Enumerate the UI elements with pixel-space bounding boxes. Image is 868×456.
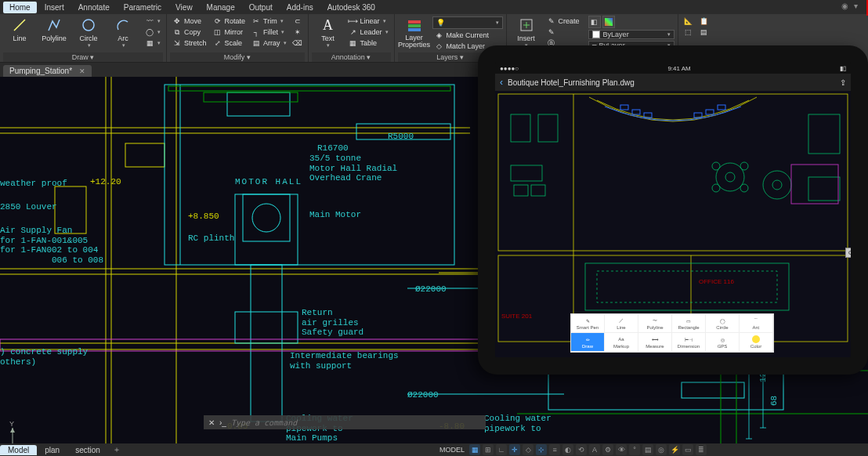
match-props-icon[interactable]: ◧ xyxy=(588,16,601,28)
command-input[interactable] xyxy=(231,418,481,427)
array-button[interactable]: ▤Array▾ xyxy=(249,38,289,49)
chevron-down-icon[interactable]: ▾ xyxy=(854,2,865,13)
polyline-label: Polyline xyxy=(42,34,67,42)
t-smartpen[interactable]: ✎Smart Pen xyxy=(571,314,605,333)
move-button[interactable]: ✥Move xyxy=(170,16,209,27)
tab-annotate[interactable]: Annotate xyxy=(72,2,116,13)
mirror-button[interactable]: ◫Mirror xyxy=(211,27,248,38)
copy-button[interactable]: ⧉Copy xyxy=(170,27,209,38)
bullet-icon[interactable]: ◉ xyxy=(841,2,852,13)
layer-combo[interactable]: 💡▾ xyxy=(432,16,503,29)
t-dimension[interactable]: ⊢⊣Dimension xyxy=(672,333,706,352)
arc-button[interactable]: Arc▾ xyxy=(107,16,139,50)
t-arc[interactable]: ⌒Arc xyxy=(740,314,773,333)
t-gps[interactable]: ◎GPS xyxy=(706,333,740,352)
cmdline-close-icon[interactable]: ✕ xyxy=(208,418,215,427)
t-rectangle[interactable]: ▭Rectangle xyxy=(672,314,706,333)
text-button[interactable]: A Text▾ xyxy=(312,16,345,50)
clean-screen-icon[interactable]: ▭ xyxy=(682,444,693,455)
panel-annotation-title[interactable]: Annotation ▾ xyxy=(312,52,391,62)
tablet-share-icon[interactable]: ⇪ xyxy=(840,78,846,87)
line-button[interactable]: Line xyxy=(3,16,36,44)
workspace-icon[interactable]: ⚙ xyxy=(602,444,613,455)
tab-manage[interactable]: Manage xyxy=(201,2,241,13)
customize-icon[interactable]: ≣ xyxy=(696,444,707,455)
snap-toggle-icon[interactable]: ⊞ xyxy=(483,444,494,455)
t-rect-icon: ▭ xyxy=(683,317,694,324)
cmdline-chevron-icon[interactable]: ›_ xyxy=(219,418,226,427)
label-1220: +12.20 xyxy=(90,177,121,187)
base-icon: ▤ xyxy=(700,27,709,37)
leader-button[interactable]: ↗Leader▾ xyxy=(346,27,391,38)
layout-model[interactable]: Model xyxy=(0,445,37,455)
draw-misc-2[interactable]: ◯▾ xyxy=(143,27,163,38)
lwt-toggle-icon[interactable]: ≡ xyxy=(549,444,560,455)
draw-misc-1[interactable]: 〰▾ xyxy=(143,16,163,27)
create-block-button[interactable]: ✎Create xyxy=(544,16,582,27)
tab-output[interactable]: Output xyxy=(243,2,279,13)
util-3[interactable]: 📋 xyxy=(697,16,711,27)
close-tab-icon[interactable]: ✕ xyxy=(79,67,85,75)
tab-a360[interactable]: Autodesk 360 xyxy=(321,2,382,13)
t-measure[interactable]: ⟷Measure xyxy=(638,333,672,352)
units-icon[interactable]: ° xyxy=(629,444,640,455)
make-current-button[interactable]: ◈Make Current xyxy=(432,30,503,41)
tab-home[interactable]: Home xyxy=(3,2,37,13)
status-model-label[interactable]: MODEL xyxy=(437,446,467,454)
util-2[interactable]: ⬚ xyxy=(682,27,696,38)
rotate-button[interactable]: ⟳Rotate xyxy=(211,16,248,27)
modify-misc-3[interactable]: ⌫ xyxy=(291,38,305,49)
osnap-toggle-icon[interactable]: ◇ xyxy=(523,444,533,455)
tab-insert[interactable]: Insert xyxy=(38,2,71,13)
layer-properties-button[interactable]: Layer Properties xyxy=(398,16,431,50)
fillet-button[interactable]: ┐Fillet▾ xyxy=(249,27,289,38)
tablet-back-icon[interactable]: ‹ xyxy=(500,77,503,88)
t-line[interactable]: ／Line xyxy=(605,314,638,333)
cycling-icon[interactable]: ⟲ xyxy=(576,444,587,455)
otrack-toggle-icon[interactable]: ⊹ xyxy=(536,444,547,455)
hatch-icon: ▦ xyxy=(145,38,154,48)
command-line[interactable]: ✕ ›_ xyxy=(204,415,486,429)
t-markup[interactable]: AaMarkup xyxy=(605,333,638,352)
bycolor-swatch[interactable] xyxy=(602,16,615,28)
util-4[interactable]: ▤ xyxy=(697,27,711,38)
layout-plan[interactable]: plan xyxy=(37,445,67,455)
color-combo[interactable]: ByLayer▾ xyxy=(588,30,675,39)
table-button[interactable]: ▦Table xyxy=(346,38,391,49)
draw-misc-3[interactable]: ▦▾ xyxy=(143,38,163,49)
isolate-icon[interactable]: ◎ xyxy=(656,444,667,455)
t-polyline[interactable]: 〜Polyline xyxy=(638,314,672,333)
qprops-icon[interactable]: ▤ xyxy=(642,444,653,455)
svg-rect-29 xyxy=(548,371,783,410)
polyline-button[interactable]: Polyline xyxy=(38,16,71,44)
panel-draw-title[interactable]: Draw ▾ xyxy=(3,52,163,62)
hardware-accel-icon[interactable]: ⚡ xyxy=(669,444,680,455)
anno-scale-icon[interactable]: A xyxy=(589,444,600,455)
transparency-icon[interactable]: ◐ xyxy=(562,444,573,455)
t-circle[interactable]: ◯Circle xyxy=(706,314,740,333)
trim-button[interactable]: ✂Trim▾ xyxy=(249,16,289,27)
tab-view[interactable]: View xyxy=(169,2,199,13)
layout-add-icon[interactable]: ＋ xyxy=(108,444,125,455)
panel-modify-title[interactable]: Modify ▾ xyxy=(170,52,305,62)
t-draw[interactable]: ✏Draw xyxy=(571,333,605,352)
label-8850: +8.850 xyxy=(188,212,219,222)
tab-parametric[interactable]: Parametric xyxy=(118,2,168,13)
anno-monitor-icon[interactable]: 👁 xyxy=(616,444,627,455)
util-1[interactable]: 📐 xyxy=(682,16,696,27)
modify-misc-1[interactable]: ⊂ xyxy=(291,16,305,27)
polar-toggle-icon[interactable]: ✛ xyxy=(509,444,520,455)
modify-misc-2[interactable]: ✶ xyxy=(291,27,305,38)
tablet-canvas[interactable]: SUITE 201 OFFICE 116 GM ✎Smart Pen ／Line… xyxy=(495,91,851,357)
stretch-button[interactable]: ⇲Stretch xyxy=(170,38,209,49)
grid-toggle-icon[interactable]: ▦ xyxy=(469,444,480,455)
block-misc-1[interactable]: ✎ xyxy=(544,27,582,38)
file-tab[interactable]: Pumping_Station* ✕ xyxy=(3,65,92,77)
t-color[interactable]: Color xyxy=(740,333,773,352)
layout-section[interactable]: section xyxy=(67,445,108,455)
circle-button[interactable]: Circle▾ xyxy=(72,16,105,50)
ortho-toggle-icon[interactable]: ∟ xyxy=(496,444,507,455)
linear-dim-button[interactable]: ⟼Linear▾ xyxy=(346,16,391,27)
scale-button[interactable]: ⤢Scale xyxy=(211,38,248,49)
tab-addins[interactable]: Add-ins xyxy=(280,2,320,13)
